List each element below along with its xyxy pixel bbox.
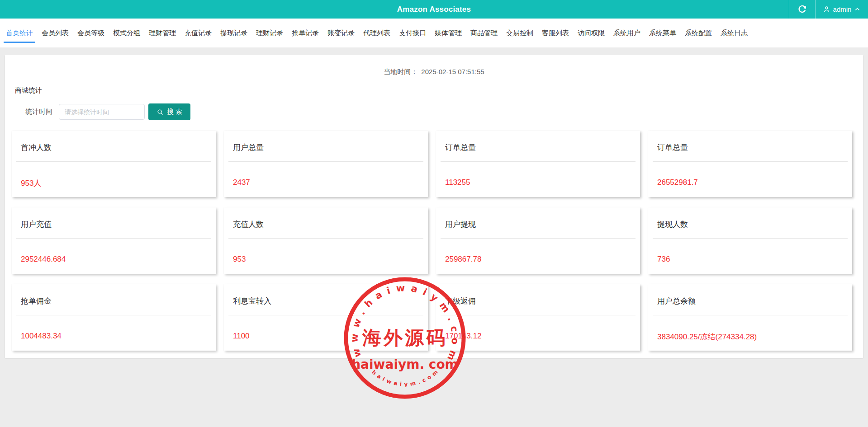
stat-card-value: 1100 — [233, 332, 419, 341]
stat-card-value: 170143.12 — [445, 332, 631, 341]
stat-card-title: 用户提现 — [436, 207, 640, 238]
card-divider — [16, 161, 211, 162]
nav-tab-21[interactable]: 系统日志 — [718, 19, 750, 47]
stat-card-value: 953 — [233, 255, 419, 264]
nav-tab-12[interactable]: 支付接口 — [397, 19, 428, 47]
svg-text:haiwaiym.com: haiwaiym.com — [370, 367, 441, 387]
stat-card: 用户提现259867.78 — [436, 207, 640, 274]
stat-card-title: 利息宝转入 — [224, 284, 428, 315]
stat-card: 首冲人数953人 — [12, 131, 216, 197]
nav-tab-17[interactable]: 访问权限 — [575, 19, 607, 47]
stat-card: 用户总余额3834090.25/冻结(274334.28) — [648, 284, 852, 351]
search-button[interactable]: 搜 索 — [148, 103, 190, 120]
stat-card-value: 2437 — [233, 178, 419, 187]
stat-card-title: 订单总量 — [648, 131, 852, 161]
card-divider — [16, 315, 211, 315]
stat-card-title: 用户总量 — [224, 131, 428, 161]
stat-card: 订单总量113255 — [436, 131, 640, 197]
stats-grid: 首冲人数953人用户总量2437订单总量113255订单总量26552981.7… — [12, 131, 852, 351]
card-divider — [228, 315, 423, 315]
card-divider — [228, 238, 423, 239]
nav-tab-11[interactable]: 代理列表 — [361, 19, 393, 47]
card-divider — [228, 161, 423, 162]
stat-card-title: 提现人数 — [648, 207, 852, 238]
stat-card-title: 订单总量 — [436, 131, 640, 161]
stat-card: 订单总量26552981.7 — [648, 131, 852, 197]
stat-card-value: 2952446.684 — [21, 255, 207, 264]
card-divider — [441, 238, 636, 239]
nav-tabs: 首页统计会员列表会员等级模式分组理财管理充值记录提现记录理财记录抢单记录账变记录… — [0, 19, 868, 47]
stat-card-title: 充值人数 — [224, 207, 428, 238]
stat-card-title: 抢单佣金 — [12, 284, 216, 315]
nav-tab-7[interactable]: 提现记录 — [218, 19, 250, 47]
card-divider — [16, 238, 211, 239]
nav-tab-10[interactable]: 账变记录 — [325, 19, 357, 47]
filter-label: 统计时间 — [5, 108, 59, 116]
nav-tab-16[interactable]: 客服列表 — [540, 19, 571, 47]
refresh-button[interactable] — [789, 0, 815, 19]
stat-card-value: 113255 — [445, 178, 631, 187]
user-name: admin — [833, 5, 852, 13]
user-menu[interactable]: admin — [816, 0, 868, 19]
stat-card-value: 3834090.25/冻结(274334.28) — [657, 332, 843, 342]
stat-time-input[interactable] — [59, 104, 145, 120]
stat-card-value: 1004483.34 — [21, 332, 207, 341]
nav-tab-13[interactable]: 媒体管理 — [432, 19, 464, 47]
nav-tab-9[interactable]: 抢单记录 — [289, 19, 321, 47]
card-divider — [441, 161, 636, 162]
stat-card-title: 下级返佣 — [436, 284, 640, 315]
nav-tab-19[interactable]: 系统菜单 — [647, 19, 678, 47]
stat-card-value: 259867.78 — [445, 255, 631, 264]
card-divider — [653, 161, 848, 162]
stat-card: 下级返佣170143.12 — [436, 284, 640, 351]
stat-card: 利息宝转入1100 — [224, 284, 428, 351]
stat-card: 抢单佣金1004483.34 — [12, 284, 216, 351]
search-button-label: 搜 索 — [167, 108, 182, 116]
section-title: 商城统计 — [15, 86, 863, 95]
stat-card-value: 953人 — [21, 178, 207, 188]
stat-card: 提现人数736 — [648, 207, 852, 274]
nav-tab-1[interactable]: 首页统计 — [4, 19, 35, 47]
local-time-label: 当地时间： — [384, 68, 417, 75]
card-divider — [441, 315, 636, 315]
app-header: Amazon Associates admin — [0, 0, 868, 19]
nav-tab-15[interactable]: 交易控制 — [504, 19, 536, 47]
card-divider — [653, 315, 848, 315]
stat-card: 用户充值2952446.684 — [12, 207, 216, 274]
nav-tab-14[interactable]: 商品管理 — [468, 19, 500, 47]
stat-card-value: 26552981.7 — [657, 178, 843, 187]
nav-tab-20[interactable]: 系统配置 — [683, 19, 714, 47]
nav-tab-2[interactable]: 会员列表 — [39, 19, 71, 47]
chevron-up-icon — [854, 6, 861, 13]
filter-row: 统计时间 搜 索 — [5, 103, 863, 120]
nav-tab-4[interactable]: 模式分组 — [111, 19, 142, 47]
nav-tab-6[interactable]: 充值记录 — [182, 19, 214, 47]
watermark-arc-bottom-text: haiwaiym.com — [370, 367, 441, 387]
stat-card-value: 736 — [657, 255, 843, 264]
search-icon — [157, 108, 164, 116]
stat-card-title: 首冲人数 — [12, 131, 216, 161]
card-divider — [653, 238, 848, 239]
refresh-icon — [797, 5, 807, 14]
local-time: 当地时间：2025-02-15 07:51:55 — [5, 55, 863, 76]
user-icon — [823, 5, 830, 13]
nav-tab-3[interactable]: 会员等级 — [75, 19, 107, 47]
header-controls: admin — [789, 0, 868, 19]
stat-card: 充值人数953 — [224, 207, 428, 274]
spacer — [0, 47, 868, 55]
nav-tab-18[interactable]: 系统用户 — [611, 19, 643, 47]
stat-card-title: 用户充值 — [12, 207, 216, 238]
main-panel: 当地时间：2025-02-15 07:51:55 商城统计 统计时间 搜 索 首… — [5, 55, 863, 358]
stat-card-title: 用户总余额 — [648, 284, 852, 315]
local-time-value: 2025-02-15 07:51:55 — [421, 68, 484, 75]
stat-card: 用户总量2437 — [224, 131, 428, 197]
nav-tab-5[interactable]: 理财管理 — [147, 19, 178, 47]
nav-tab-8[interactable]: 理财记录 — [254, 19, 285, 47]
app-title: Amazon Associates — [0, 0, 868, 19]
watermark-center-en: haiwaiym. com — [351, 357, 458, 372]
